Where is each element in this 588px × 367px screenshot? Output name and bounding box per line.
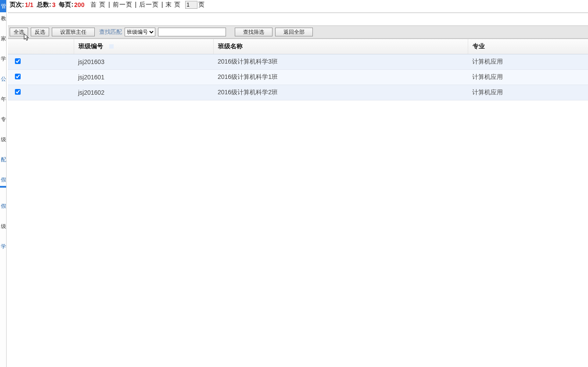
cell-code: jsj201601 — [74, 70, 213, 85]
table-wrap: 班级编号 班级名称 专业 jsj201603 2016级计算机科学3班 计算机应… — [8, 39, 588, 100]
sidebar-item-3[interactable]: 学 — [0, 53, 7, 65]
total-value: 3 — [52, 1, 56, 8]
col-header-major[interactable]: 专业 — [468, 39, 588, 54]
sidebar-item-4[interactable]: 公 — [0, 73, 7, 85]
sidebar-item-1[interactable]: 教 — [0, 12, 7, 25]
sidebar-item-2[interactable]: 家 — [0, 32, 7, 45]
cell-major: 计算机应用 — [468, 54, 588, 70]
invert-select-button[interactable]: 反选 — [31, 28, 49, 36]
sidebar-item-8[interactable]: 配 — [0, 153, 7, 166]
page-label: 页次: — [10, 1, 24, 9]
pagination-bar: 页次: 1/1 总数: 3 每页: 200 首 页 | 前一页 | 后一页 | … — [8, 0, 588, 13]
col-header-name[interactable]: 班级名称 — [213, 39, 468, 54]
table-header-row: 班级编号 班级名称 专业 — [8, 39, 588, 54]
col-header-checkbox[interactable] — [8, 39, 74, 54]
last-page-link[interactable]: 末 页 — [165, 1, 181, 8]
cell-name: 2016级计算机科学2班 — [213, 85, 468, 100]
select-all-button[interactable]: 全选 — [10, 28, 28, 36]
sidebar-item-5[interactable]: 年 — [0, 93, 7, 105]
left-sidebar: 管 教 家 学 公 年 专 级 配 假 假 级 学 — [0, 0, 7, 367]
table-row[interactable]: jsj201603 2016级计算机科学3班 计算机应用 — [8, 54, 588, 70]
cell-name: 2016级计算机科学3班 — [213, 54, 468, 70]
page-suffix: 页 — [198, 1, 204, 9]
sidebar-item-9[interactable]: 假 — [0, 174, 7, 186]
table-row[interactable]: jsj201602 2016级计算机科学2班 计算机应用 — [8, 85, 588, 100]
sidebar-item-11[interactable]: 级 — [0, 220, 7, 232]
cell-name: 2016级计算机科学1班 — [213, 70, 468, 85]
cell-code: jsj201603 — [74, 54, 213, 70]
col-header-code[interactable]: 班级编号 — [74, 39, 213, 54]
sidebar-item-7[interactable]: 级 — [0, 133, 7, 146]
data-table: 班级编号 班级名称 专业 jsj201603 2016级计算机科学3班 计算机应… — [8, 39, 588, 100]
cell-major: 计算机应用 — [468, 85, 588, 100]
next-page-link[interactable]: 后一页 — [139, 1, 159, 8]
filter-field-select[interactable]: 班级编号 — [125, 28, 155, 36]
sidebar-item-6[interactable]: 专 — [0, 113, 7, 125]
sidebar-item-12[interactable]: 学 — [0, 240, 7, 253]
toolbar: 全选 反选 设置班主任 查找匹配 班级编号 查找筛选 返回全部 — [8, 25, 588, 39]
row-checkbox[interactable] — [15, 89, 21, 95]
page-links: 首 页 | 前一页 | 后一页 | 末 页 — [90, 1, 182, 9]
filter-label: 查找匹配 — [99, 28, 122, 36]
return-all-button[interactable]: 返回全部 — [275, 28, 313, 36]
table-row[interactable]: jsj201601 2016级计算机科学1班 计算机应用 — [8, 70, 588, 85]
total-label: 总数: — [37, 1, 51, 9]
sidebar-item-10[interactable]: 假 — [0, 200, 7, 212]
sidebar-item-0[interactable]: 管 — [0, 0, 7, 12]
page-value: 1/1 — [25, 1, 33, 8]
set-head-teacher-button[interactable]: 设置班主任 — [52, 28, 95, 36]
prev-page-link[interactable]: 前一页 — [113, 1, 133, 8]
row-checkbox[interactable] — [15, 74, 21, 79]
per-value: 200 — [74, 1, 84, 8]
cell-major: 计算机应用 — [468, 70, 588, 85]
sort-indicator-icon — [109, 44, 114, 49]
per-label: 每页: — [59, 1, 73, 9]
cell-code: jsj201602 — [74, 85, 213, 100]
search-filter-button[interactable]: 查找筛选 — [235, 28, 272, 36]
first-page-link[interactable]: 首 页 — [90, 1, 106, 8]
filter-value-input[interactable] — [158, 28, 226, 36]
page-number-input[interactable] — [185, 1, 197, 9]
row-checkbox[interactable] — [15, 58, 21, 64]
content-area: 页次: 1/1 总数: 3 每页: 200 首 页 | 前一页 | 后一页 | … — [8, 0, 588, 367]
